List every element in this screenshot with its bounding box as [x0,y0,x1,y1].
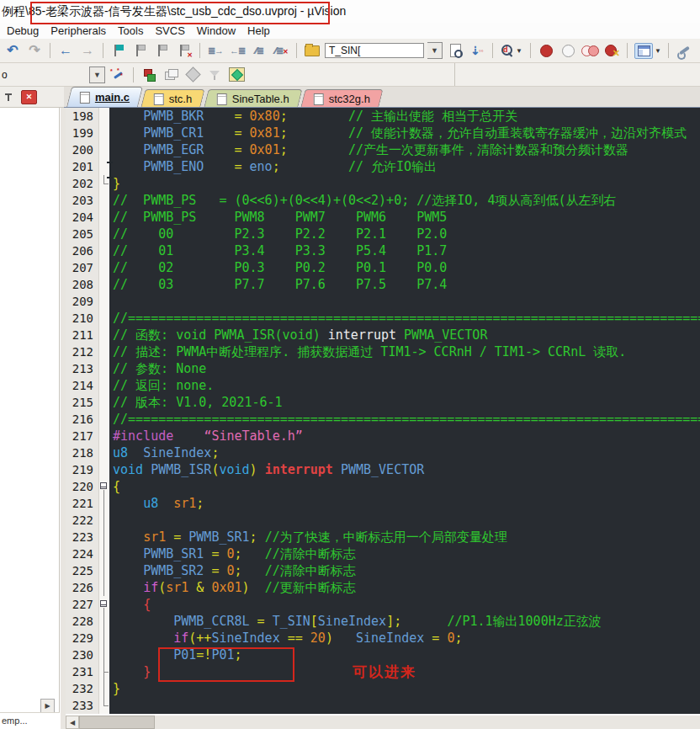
fold-margin [99,327,109,343]
bookmark-next-icon[interactable] [153,41,172,60]
line-number: 210 [66,310,99,327]
code-text: //======================================… [109,411,700,428]
code-text [109,512,700,529]
code-text: // PWMB_PS = (0<<6)+(0<<4)+(0<<2)+0; //选… [109,192,700,209]
fold-margin [99,125,109,141]
tab-main.c[interactable]: main.c [66,87,143,107]
fold-margin [99,226,109,242]
code-line-225: 225 PWMB_SR2 = 0; //清除中断标志 [66,562,700,579]
fold-margin [99,663,109,680]
code-text: // 描述: PWMA中断处理程序. 捕获数据通过 TIM1-> CCRnH /… [109,343,700,360]
code-line-215: 215// 版本: V1.0, 2021-6-1 [66,394,700,411]
breakpoint-disable-all-icon[interactable] [581,41,599,60]
code-line-221: 221 u8 sr1; [66,495,700,512]
menu-item-debug[interactable]: Debug [7,24,39,37]
line-number: 199 [66,125,99,141]
line-number: 215 [66,394,99,411]
load-application-icon[interactable] [140,66,158,84]
debug-magnifier-icon[interactable]: d▼ [499,41,524,60]
magic-wand-icon[interactable]: *** [109,66,127,84]
find-in-document-icon[interactable] [446,41,464,60]
undo-icon[interactable]: ↶ [3,41,22,60]
fold-margin [99,697,109,714]
line-number: 201 [66,158,99,175]
fold-margin [99,529,109,545]
tab-stc32g.h[interactable]: stc32g.h [300,89,383,107]
menu-item-help[interactable]: Help [247,24,270,37]
line-number: 228 [66,613,99,630]
outdent-icon[interactable]: ←≣ [228,41,247,60]
pin-icon[interactable] [4,92,13,102]
line-number: 226 [66,579,99,596]
fold-margin [99,108,109,125]
menu-item-svcs[interactable]: SVCS [155,24,184,37]
line-number: 209 [66,293,99,310]
close-icon[interactable]: ✕ [21,90,37,104]
bookmark-clear-icon[interactable]: ✕ [175,41,194,60]
indent-icon[interactable]: ≣→ [206,41,225,60]
code-line-226: 226 if(sr1 & 0x01) //更新中断标志 [66,579,700,596]
navigate-forward-icon[interactable]: → [78,41,97,60]
fold-marker-icon[interactable] [99,478,109,495]
scroll-left-icon[interactable]: ◀ [66,716,79,729]
tab-SineTable.h[interactable]: SineTable.h [204,89,302,107]
scrollbar-thumb[interactable] [79,716,155,729]
find-combobox[interactable]: T_SIN[ [325,43,424,58]
breakpoint-kill-all-icon[interactable]: ✕ [602,41,621,60]
line-number: 198 [66,108,99,125]
line-number: 220 [66,478,99,495]
breakpoint-disable-icon[interactable] [559,41,577,60]
code-line-206: 206// 01 P3.4 P3.3 P5.4 P1.7 [66,242,700,259]
line-number: 229 [66,630,99,647]
fold-margin [99,630,109,647]
fold-margin [99,377,109,394]
comment-icon[interactable]: ⁄⁄≣ [250,41,268,60]
bookmark-prev-icon[interactable] [131,41,150,60]
batch-build-icon[interactable] [162,66,180,84]
bookmark-toggle-icon[interactable] [109,41,128,60]
diamond-icon[interactable] [183,66,202,84]
target-select-dropdown[interactable]: ▼ [89,67,105,83]
fold-margin [99,411,109,428]
find-combobox-dropdown[interactable]: ▼ [427,42,443,59]
menu-item-tools[interactable]: Tools [118,24,143,37]
line-number: 214 [66,377,99,394]
fold-margin [99,209,109,226]
find-in-files-icon[interactable] [303,41,321,60]
navigate-back-icon[interactable]: ← [56,41,75,60]
code-line-222: 222 [66,512,700,529]
code-text: PWMB_SR2 = 0; //清除中断标志 [109,562,700,579]
fold-marker-icon[interactable] [99,596,109,613]
toolbar-separator [668,43,669,58]
document-icon [80,92,90,104]
panel-scroll-right-icon[interactable]: ▶ [40,699,55,713]
configure-wrench-icon[interactable] [675,41,693,60]
redo-icon[interactable]: ↷ [25,41,44,60]
tab-label: stc32g.h [328,93,369,105]
panel-bottom-tab[interactable]: emp... [0,712,60,729]
code-text: PWMB_ENO = eno; // 允许IO输出 [109,158,700,175]
code-text: { [109,478,700,495]
fold-margin [99,293,109,310]
code-text: // 参数: None [109,360,700,377]
menu-item-window[interactable]: Window [197,24,236,37]
project-side-panel[interactable]: ▶ emp... [0,108,60,712]
incremental-find-icon[interactable]: ⇣◦◦ [468,41,486,60]
tab-stc.h[interactable]: stc.h [141,89,206,107]
menu-item-peripherals[interactable]: Peripherals [50,24,106,37]
code-text: if(++SineIndex == 20) SineIndex = 0; [109,630,700,647]
code-line-201: 201 PWMB_ENO = eno; // 允许IO输出 [66,158,700,175]
code-line-205: 205// 00 P2.3 P2.2 P2.1 P2.0 [66,226,700,242]
code-text: // 02 P0.3 P0.2 P0.1 P0.0 [109,259,700,276]
uncomment-icon[interactable]: ⁄⁄≣✕ [272,41,290,60]
code-line-214: 214// 返回: none. [66,377,700,394]
pack-installer-icon[interactable] [227,66,246,84]
code-line-207: 207// 02 P0.3 P0.2 P0.1 P0.0 [66,259,700,276]
line-number: 227 [66,596,99,613]
code-editor[interactable]: 198 PWMB_BKR = 0x80; // 主输出使能 相当于总开关199 … [66,108,700,714]
breakpoint-toggle-icon[interactable] [537,41,555,60]
filter-funnel-icon[interactable] [205,66,224,84]
window-layout-icon[interactable]: ▼ [634,41,662,60]
main-toolbar: ↶ ↷ ← → ✕ ≣→ ←≣ ⁄⁄≣ ⁄⁄≣✕ T_SIN[ ▼ ⇣◦◦ d▼… [0,39,700,63]
editor-hscrollbar[interactable]: ◀ [66,716,700,729]
